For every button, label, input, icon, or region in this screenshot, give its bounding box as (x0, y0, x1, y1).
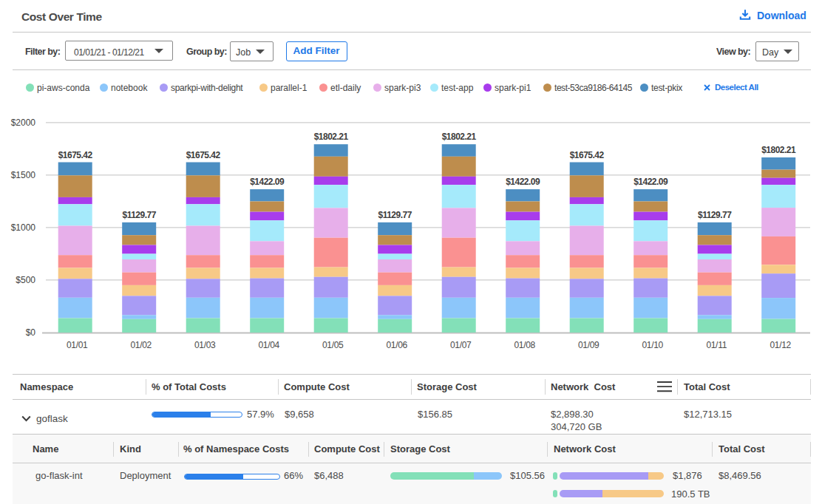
svg-text:01/06: 01/06 (386, 340, 407, 350)
svg-text:$1802.21: $1802.21 (761, 145, 796, 155)
svg-text:01/03: 01/03 (194, 340, 216, 350)
svg-text:$1802.21: $1802.21 (314, 132, 349, 142)
svg-text:01/12: 01/12 (770, 340, 791, 350)
svg-text:01/11: 01/11 (706, 340, 727, 350)
svg-text:$500: $500 (16, 275, 35, 285)
svg-text:$1675.42: $1675.42 (186, 150, 221, 160)
svg-text:$1422.09: $1422.09 (250, 177, 285, 187)
svg-text:$2000: $2000 (11, 118, 36, 128)
svg-text:$1675.42: $1675.42 (570, 150, 605, 160)
svg-text:01/02: 01/02 (130, 340, 152, 350)
svg-text:$1802.21: $1802.21 (442, 132, 477, 142)
svg-text:01/04: 01/04 (258, 340, 279, 350)
svg-text:$1422.09: $1422.09 (506, 177, 540, 187)
svg-text:$0: $0 (26, 327, 36, 338)
svg-text:01/05: 01/05 (322, 340, 344, 350)
svg-text:$1129.77: $1129.77 (123, 210, 157, 220)
svg-text:$1129.77: $1129.77 (698, 210, 732, 220)
svg-text:$1422.09: $1422.09 (634, 177, 668, 187)
svg-text:01/08: 01/08 (514, 340, 535, 350)
svg-text:$1000: $1000 (11, 222, 36, 233)
svg-text:$1675.42: $1675.42 (58, 150, 93, 160)
svg-text:01/10: 01/10 (642, 340, 663, 350)
svg-text:$1500: $1500 (11, 170, 36, 180)
svg-text:01/09: 01/09 (578, 340, 599, 350)
svg-text:$1129.77: $1129.77 (378, 210, 412, 220)
svg-text:01/01: 01/01 (67, 340, 88, 350)
svg-text:01/07: 01/07 (450, 340, 472, 350)
